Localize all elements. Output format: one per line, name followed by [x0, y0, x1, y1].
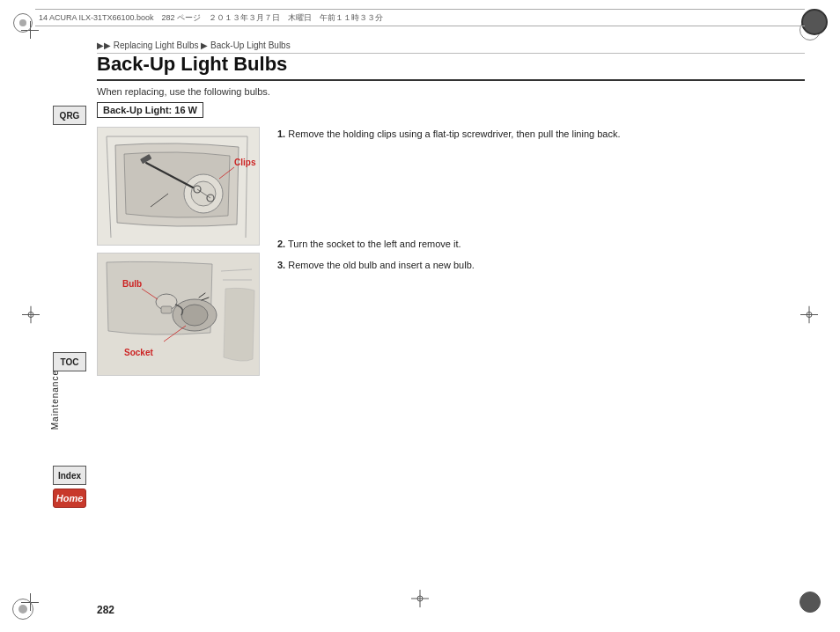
- bottom-center-crosshair: [411, 590, 429, 610]
- steps-column: 1. Remove the holding clips using a flat…: [277, 127, 805, 280]
- diagram-1: Clips: [97, 127, 260, 246]
- svg-text:Clips: Clips: [234, 158, 256, 167]
- spec-box: Back-Up Light: 16 W: [97, 102, 203, 118]
- middle-right-crosshair: [800, 306, 818, 327]
- step-3: 3. Remove the old bulb and insert a new …: [277, 258, 805, 273]
- svg-text:Bulb: Bulb: [122, 279, 142, 289]
- decorative-circle-tr: [801, 9, 828, 35]
- toc-button[interactable]: TOC: [53, 352, 86, 371]
- middle-left-crosshair: [22, 306, 40, 327]
- page-title: Back-Up Light Bulbs: [97, 53, 805, 81]
- qrg-button[interactable]: QRG: [53, 106, 86, 125]
- content-area: Back-Up Light Bulbs When replacing, use …: [97, 53, 805, 579]
- corner-bottom-right: [798, 590, 822, 614]
- content-columns: Clips: [97, 127, 805, 376]
- svg-point-16: [181, 305, 208, 326]
- images-column: Clips: [97, 127, 260, 376]
- file-info-text: 14 ACURA ILX-31TX66100.book 282 ページ ２０１３…: [39, 12, 383, 24]
- file-info-bar: 14 ACURA ILX-31TX66100.book 282 ページ ２０１３…: [35, 9, 805, 26]
- diagram-2: Bulb Socket: [97, 253, 260, 376]
- page-number: 282: [97, 604, 114, 616]
- decorative-circle-bl: [12, 599, 33, 620]
- breadcrumb: ▶▶ Replacing Light Bulbs ▶ Back-Up Light…: [97, 40, 805, 54]
- svg-rect-18: [161, 306, 172, 313]
- step-2: 2. Turn the socket to the left and remov…: [277, 237, 805, 252]
- maintenance-label: Maintenance: [50, 370, 60, 430]
- step-1: 1. Remove the holding clips using a flat…: [277, 127, 805, 142]
- svg-text:Socket: Socket: [124, 348, 153, 357]
- index-button[interactable]: Index: [53, 466, 86, 485]
- page-subtitle: When replacing, use the following bulbs.: [97, 86, 805, 97]
- decorative-circle-tl: [13, 13, 33, 33]
- home-button[interactable]: Home: [53, 489, 86, 508]
